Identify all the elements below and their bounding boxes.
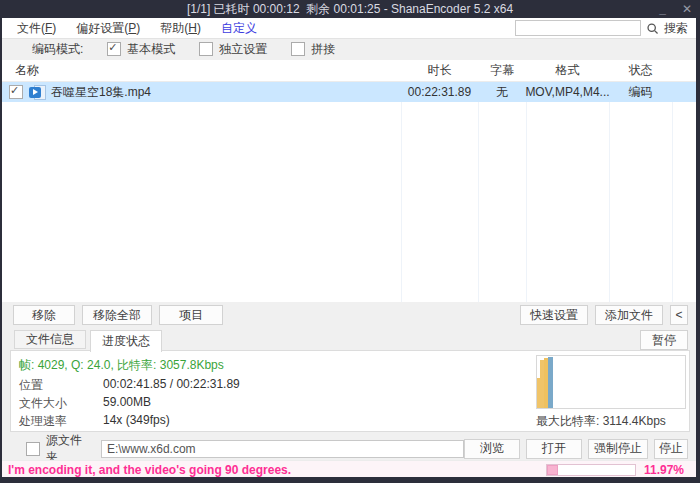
minimize-button[interactable]: _	[659, 4, 666, 14]
header-status[interactable]: 状态	[609, 60, 672, 81]
output-bar: 源文件夹 浏览 打开 强制停止 停止	[2, 437, 696, 460]
file-duration: 00:22:31.89	[401, 82, 478, 102]
header-subtitle[interactable]: 字幕	[478, 60, 526, 81]
menu-customize[interactable]: 自定义	[216, 19, 262, 38]
encode-progress-fill	[547, 465, 558, 475]
tab-progress-status[interactable]: 进度状态	[90, 330, 162, 352]
join-checkbox[interactable]	[291, 42, 305, 56]
pause-button[interactable]: 暂停	[640, 330, 688, 350]
shanaencoder-window: [1/1] 已耗时 00:00:12 剩余 00:01:25 - ShanaEn…	[0, 0, 700, 483]
progress-percentage: 11.97%	[644, 463, 684, 477]
status-message: I'm encoding it, and the video's going 9…	[8, 463, 291, 477]
mode-option-join[interactable]: 拼接	[291, 41, 335, 58]
max-bitrate-label: 最大比特率: 3114.4Kbps	[536, 413, 666, 430]
search-area: 搜索	[515, 20, 688, 36]
search-input[interactable]	[515, 20, 641, 36]
force-stop-button[interactable]: 强制停止	[588, 439, 648, 459]
quick-settings-button[interactable]: 快速设置	[520, 305, 588, 325]
row-checkbox[interactable]	[9, 85, 23, 99]
toolbar: 移除 移除全部 项目 快速设置 添加文件 <	[2, 302, 696, 328]
mode-option-basic[interactable]: 基本模式	[107, 41, 175, 58]
mode-label: 编码模式:	[32, 41, 83, 58]
basic-mode-checkbox[interactable]	[107, 42, 121, 56]
table-row[interactable]: 吞噬星空18集.mp4 00:22:31.89 无 MOV,MP4,M4... …	[2, 82, 696, 102]
remove-all-button[interactable]: 移除全部	[82, 305, 152, 325]
header-name[interactable]: 名称	[2, 60, 414, 81]
window-title: [1/1] 已耗时 00:00:12 剩余 00:01:25 - ShanaEn…	[187, 1, 513, 18]
bitrate-bars	[537, 356, 553, 408]
position-label: 位置	[19, 377, 43, 394]
speed-value: 14x (349fps)	[103, 413, 170, 427]
table-header: 名称 时长 字幕 格式 状态	[2, 60, 696, 82]
status-bar: I'm encoding it, and the video's going 9…	[2, 460, 696, 478]
menu-bar: 文件(F) 偏好设置(P) 帮助(H) 自定义 搜索	[2, 18, 696, 39]
tab-row: 文件信息 进度状态 暂停	[2, 328, 696, 350]
source-folder-checkbox[interactable]	[26, 442, 40, 456]
filesize-value: 59.00MB	[103, 395, 151, 409]
search-icon[interactable]	[646, 22, 659, 35]
file-name: 吞噬星空18集.mp4	[51, 84, 151, 101]
mode-option-independent[interactable]: 独立设置	[199, 41, 267, 58]
browse-button[interactable]: 浏览	[464, 439, 520, 459]
window-border-bottom	[0, 477, 700, 483]
menu-file[interactable]: 文件(F)	[12, 19, 61, 38]
window-border-left	[0, 0, 2, 483]
file-format: MOV,MP4,M4...	[526, 82, 609, 102]
tab-file-info[interactable]: 文件信息	[14, 330, 86, 349]
title-bar: [1/1] 已耗时 00:00:12 剩余 00:01:25 - ShanaEn…	[0, 0, 700, 18]
file-table: 名称 时长 字幕 格式 状态 吞噬星空18集.mp4 00:22:31.89 无…	[2, 60, 696, 302]
file-status: 编码	[609, 82, 672, 102]
file-subtitle: 无	[478, 82, 526, 102]
bitrate-chart	[536, 355, 686, 409]
toolbar-left: 移除 移除全部 项目	[13, 305, 223, 325]
position-value: 00:02:41.85 / 00:22:31.89	[103, 377, 240, 391]
bitrate-bar	[548, 357, 553, 408]
output-path-input[interactable]	[101, 440, 464, 458]
menu-help[interactable]: 帮助(H)	[155, 19, 206, 38]
speed-label: 处理速率	[19, 413, 67, 430]
close-button[interactable]: ✕	[682, 4, 692, 14]
encode-progress-bar	[546, 464, 636, 476]
project-button[interactable]: 项目	[159, 305, 223, 325]
output-buttons: 浏览 打开 强制停止 停止	[464, 439, 688, 459]
stop-button[interactable]: 停止	[654, 439, 688, 459]
menu-preferences[interactable]: 偏好设置(P)	[71, 19, 145, 38]
encode-stats: 帧: 4029, Q: 24.0, 比特率: 3057.8Kbps	[19, 357, 224, 374]
filesize-label: 文件大小	[19, 395, 67, 412]
remove-button[interactable]: 移除	[13, 305, 75, 325]
open-button[interactable]: 打开	[526, 439, 582, 459]
search-label[interactable]: 搜索	[664, 20, 688, 37]
window-controls: _ ✕	[659, 0, 692, 18]
add-file-button[interactable]: 添加文件	[595, 305, 663, 325]
collapse-button[interactable]: <	[670, 305, 688, 325]
independent-settings-checkbox[interactable]	[199, 42, 213, 56]
toolbar-right: 快速设置 添加文件 <	[520, 305, 688, 325]
mode-bar: 编码模式: 基本模式 独立设置 拼接	[2, 38, 696, 60]
header-format[interactable]: 格式	[526, 60, 609, 81]
video-file-icon	[29, 85, 46, 100]
progress-panel: 帧: 4029, Q: 24.0, 比特率: 3057.8Kbps 位置 00:…	[10, 350, 690, 432]
window-border-right	[696, 0, 700, 483]
header-duration[interactable]: 时长	[401, 60, 478, 81]
